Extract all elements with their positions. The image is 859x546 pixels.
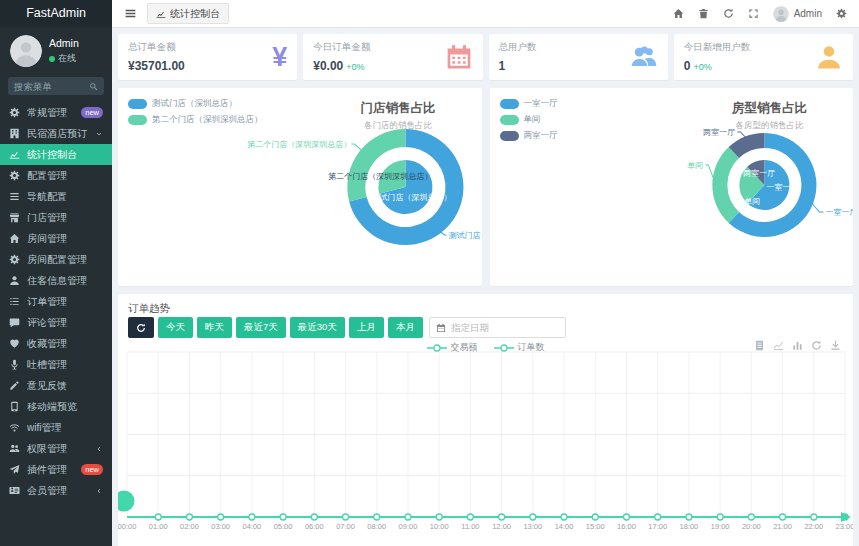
idcard-icon: [9, 485, 21, 496]
cog-icon[interactable]: [836, 8, 847, 19]
order-trend-panel: 订单趋势 今天昨天最近7天最近30天上月本月 交易额 订单数: [118, 294, 853, 546]
sidebar-item-13[interactable]: 吐槽管理: [0, 354, 112, 375]
pie-subtitle: 各门店的销售占比: [361, 120, 436, 132]
pie-legend: 一室一厅单间两室一厅: [500, 98, 558, 146]
mobile-icon: [9, 401, 21, 412]
stat-value-text: 0: [684, 59, 691, 73]
legend-label: 测试门店（深圳总店）: [152, 98, 237, 110]
user-panel: Admin 在线: [0, 27, 112, 73]
expand-icon[interactable]: [748, 8, 759, 19]
menu-search-input[interactable]: [14, 81, 85, 92]
range-button-5[interactable]: 上月: [349, 317, 384, 338]
pie-title: 房型销售占比: [732, 100, 807, 117]
restore-icon[interactable]: [811, 340, 822, 351]
sidebar: FastAdmin Admin 在线 常规管理new民宿酒店预订统计控制台配置管…: [0, 0, 112, 546]
users-icon: [9, 443, 21, 454]
sidebar-item-4[interactable]: 配置管理: [0, 165, 112, 186]
sidebar-item-15[interactable]: 移动端预览: [0, 396, 112, 417]
svg-text:07:00: 07:00: [336, 522, 355, 531]
svg-text:13:00: 13:00: [523, 522, 542, 531]
online-dot-icon: [49, 56, 55, 62]
bar-chart-icon[interactable]: [792, 340, 803, 351]
sidebar-item-8[interactable]: 房间配置管理: [0, 249, 112, 270]
data-view-icon[interactable]: [754, 340, 765, 351]
sidebar-item-label: 导航配置: [27, 190, 103, 204]
refresh-button[interactable]: [128, 317, 154, 338]
sidebar-item-14[interactable]: 意见反馈: [0, 375, 112, 396]
hamburger-icon[interactable]: [124, 7, 137, 20]
range-button-1[interactable]: 今天: [158, 317, 193, 338]
heart-icon: [9, 338, 21, 349]
sidebar-item-3[interactable]: 统计控制台: [0, 144, 112, 165]
plane-icon: [9, 464, 21, 475]
sidebar-item-label: 常规管理: [27, 106, 75, 120]
trend-legend: 交易额 订单数: [118, 341, 853, 354]
home-icon[interactable]: [673, 8, 684, 19]
trash-icon[interactable]: [698, 8, 709, 19]
svg-text:一室一厅: 一室一厅: [766, 183, 798, 192]
sidebar-item-6[interactable]: 门店管理: [0, 207, 112, 228]
date-input[interactable]: [451, 322, 559, 333]
stat-value: ¥35701.00: [128, 59, 287, 73]
sidebar-item-18[interactable]: 插件管理new: [0, 459, 112, 480]
refresh-icon[interactable]: [723, 8, 734, 19]
legend-item[interactable]: 两室一厅: [500, 130, 558, 142]
sidebar-item-1[interactable]: 常规管理new: [0, 102, 112, 123]
pie-legend: 测试门店（深圳总店）第二个门店（深圳深圳总店）: [128, 98, 263, 130]
stat-card-today-new-users: 今日新增用户数 0+0%: [674, 34, 853, 80]
sidebar-item-12[interactable]: 收藏管理: [0, 333, 112, 354]
line-marker-icon: [494, 344, 514, 352]
line-chart-icon[interactable]: [773, 340, 784, 351]
download-icon[interactable]: [830, 340, 841, 351]
sidebar-item-19[interactable]: 会员管理: [0, 480, 112, 501]
user-menu-label: Admin: [794, 8, 822, 19]
line-marker-icon: [427, 344, 447, 352]
svg-text:一室一厅: 一室一厅: [825, 208, 853, 217]
search-icon: [89, 82, 98, 91]
legend-item[interactable]: 订单数: [494, 341, 545, 354]
sidebar-item-5[interactable]: 导航配置: [0, 186, 112, 207]
gear-icon: [9, 170, 21, 181]
svg-text:测试门店（深圳总店）: 测试门店（深圳总店）: [371, 193, 451, 202]
sidebar-item-label: 评论管理: [27, 316, 103, 330]
legend-item[interactable]: 测试门店（深圳总店）: [128, 98, 263, 110]
legend-label: 订单数: [518, 341, 545, 354]
order-trend-line-chart: 00:0001:0002:0003:0004:0005:0006:0007:00…: [118, 338, 853, 546]
sidebar-item-7[interactable]: 房间管理: [0, 228, 112, 249]
pie-panels-row: 测试门店（深圳总店）第二个门店（深圳深圳总店） 门店销售占比 各门店的销售占比 …: [118, 88, 853, 286]
range-button-2[interactable]: 昨天: [197, 317, 232, 338]
chart-toolbox: [754, 340, 841, 351]
legend-item[interactable]: 一室一厅: [500, 98, 558, 110]
legend-label: 单间: [524, 114, 541, 126]
sidebar-item-9[interactable]: 住客信息管理: [0, 270, 112, 291]
sidebar-item-2[interactable]: 民宿酒店预订: [0, 123, 112, 144]
stat-value-text: ¥0.00: [313, 59, 343, 73]
legend-item[interactable]: 单间: [500, 114, 558, 126]
svg-text:00:00: 00:00: [118, 522, 136, 531]
trend-toolbar: 今天昨天最近7天最近30天上月本月: [128, 317, 566, 338]
sidebar-item-10[interactable]: 订单管理: [0, 291, 112, 312]
range-button-4[interactable]: 最近30天: [290, 317, 345, 338]
sidebar-menu: 常规管理new民宿酒店预订统计控制台配置管理导航配置门店管理房间管理房间配置管理…: [0, 102, 112, 501]
tab-dashboard[interactable]: 统计控制台: [147, 3, 229, 24]
legend-item[interactable]: 交易额: [427, 341, 478, 354]
sidebar-item-label: 门店管理: [27, 211, 103, 225]
legend-item[interactable]: 第二个门店（深圳深圳总店）: [128, 114, 263, 126]
chevron-left-icon: [95, 487, 103, 495]
topbar: 统计控制台 Admin: [112, 0, 859, 28]
legend-swatch: [500, 115, 519, 125]
sidebar-item-11[interactable]: 评论管理: [0, 312, 112, 333]
range-button-3[interactable]: 最近7天: [236, 317, 286, 338]
chevron-left-icon: [95, 445, 103, 453]
range-button-6[interactable]: 本月: [388, 317, 423, 338]
user-menu[interactable]: Admin: [773, 6, 822, 22]
chart-icon: [9, 149, 21, 160]
svg-text:两室一厅: 两室一厅: [742, 169, 775, 178]
sidebar-item-16[interactable]: wifi管理: [0, 417, 112, 438]
sidebar-item-17[interactable]: 权限管理: [0, 438, 112, 459]
sidebar-item-label: 吐槽管理: [27, 358, 103, 372]
yen-icon: ¥: [272, 42, 287, 72]
pie-subtitle: 各房型的销售占比: [732, 120, 807, 132]
sidebar-item-label: 意见反馈: [27, 379, 103, 393]
svg-text:02:00: 02:00: [180, 522, 199, 531]
